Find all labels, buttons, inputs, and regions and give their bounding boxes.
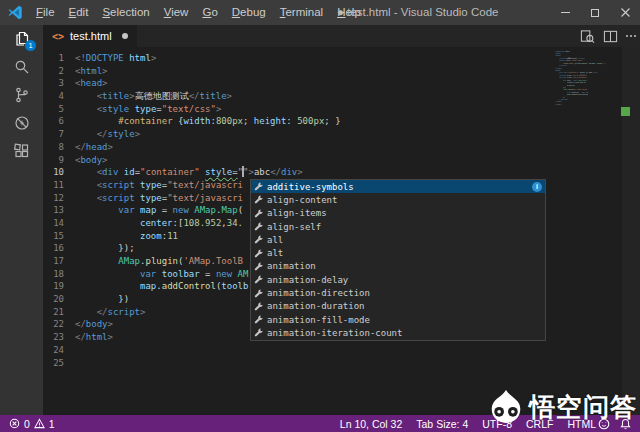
- code-line[interactable]: 3<head>: [43, 77, 640, 90]
- code-line[interactable]: 4 <title>高德地图测试</title>: [43, 90, 640, 103]
- explorer-badge: 1: [25, 40, 36, 51]
- sidebar-item-extensions[interactable]: [0, 137, 43, 165]
- suggest-item-all[interactable]: all: [251, 233, 545, 246]
- suggest-item-animation-duration[interactable]: animation-duration: [251, 300, 545, 313]
- html-file-icon: <>: [52, 31, 64, 42]
- line-number: 21: [43, 306, 75, 319]
- suggest-item-animation-direction[interactable]: animation-direction: [251, 286, 545, 299]
- line-number: 24: [43, 344, 75, 357]
- line-number: 9: [43, 154, 75, 167]
- window-title: ● test.html - Visual Studio Code: [337, 0, 498, 25]
- menu-edit[interactable]: Edit: [62, 0, 96, 25]
- code-line[interactable]: 1<!DOCTYPE html>: [43, 52, 640, 65]
- menu-view[interactable]: View: [157, 0, 196, 25]
- status-item[interactable]: Ln 10, Col 32: [340, 418, 402, 430]
- code-line[interactable]: 8</head>: [43, 141, 640, 154]
- suggest-item-animation-fill-mode[interactable]: animation-fill-mode: [251, 313, 545, 326]
- suggest-item-align-items[interactable]: align-items: [251, 207, 545, 220]
- suggest-info-icon[interactable]: i: [532, 182, 542, 192]
- suggest-item-alt[interactable]: alt: [251, 246, 545, 259]
- line-number: 2: [43, 65, 75, 78]
- wrench-icon: [254, 182, 263, 191]
- split-editor-icon[interactable]: [603, 29, 618, 44]
- wrench-icon: [254, 235, 263, 244]
- warning-icon: [34, 418, 45, 429]
- suggest-item-additive-symbols[interactable]: additive-symbolsi: [251, 180, 545, 193]
- close-icon[interactable]: [610, 0, 640, 25]
- extensions-icon: [13, 142, 31, 160]
- line-number: 5: [43, 103, 75, 116]
- sidebar-item-source-control[interactable]: [0, 81, 43, 109]
- wrench-icon: [254, 315, 263, 324]
- modified-dot-icon[interactable]: [122, 33, 128, 39]
- line-number: 16: [43, 242, 75, 255]
- wrench-icon: [254, 249, 263, 258]
- suggest-item-align-content[interactable]: align-content: [251, 193, 545, 206]
- editor[interactable]: 1<!DOCTYPE html>2<html>3<head>4 <title>高…: [43, 47, 640, 415]
- line-number: 22: [43, 318, 75, 331]
- status-item[interactable]: Tab Size: 4: [416, 418, 468, 430]
- activity-bar: 1: [0, 25, 43, 415]
- open-preview-icon[interactable]: [580, 29, 595, 44]
- code-line[interactable]: 10 <div id="container" style="">abc</div…: [43, 166, 640, 179]
- line-number: 12: [43, 192, 75, 205]
- wrench-icon: [254, 195, 263, 204]
- editor-scrollbar[interactable]: [622, 47, 640, 415]
- wrench-icon: [254, 302, 263, 311]
- menu-terminal[interactable]: Terminal: [273, 0, 330, 25]
- wukong-monkey-logo-icon: [488, 389, 524, 425]
- menu-file[interactable]: File: [29, 0, 62, 25]
- code-line[interactable]: 24: [43, 344, 640, 357]
- wrench-icon: [254, 262, 263, 271]
- code-line[interactable]: 2<html>: [43, 65, 640, 78]
- tab-test-html[interactable]: <> test.html: [43, 25, 137, 47]
- debug-disabled-icon: [13, 114, 31, 132]
- code-line[interactable]: 5 <style type="text/css">: [43, 103, 640, 116]
- suggest-item-animation-iteration-count[interactable]: animation-iteration-count: [251, 326, 545, 339]
- error-icon: [9, 418, 20, 429]
- menu-bar: FileEditSelectionViewGoDebugTerminalHelp: [29, 0, 368, 25]
- suggest-item-animation-delay[interactable]: animation-delay: [251, 273, 545, 286]
- vscode-logo-icon: [8, 5, 23, 20]
- sidebar-item-debug[interactable]: [0, 109, 43, 137]
- line-number: 20: [43, 293, 75, 306]
- line-number: 1: [43, 52, 75, 65]
- overview-ruler-marker: [621, 107, 630, 116]
- code-line[interactable]: 25: [43, 357, 640, 370]
- menu-go[interactable]: Go: [195, 0, 224, 25]
- tab-label: test.html: [70, 30, 112, 42]
- wrench-icon: [254, 328, 263, 337]
- line-number: 25: [43, 357, 75, 370]
- line-number: 18: [43, 268, 75, 281]
- line-number: 3: [43, 77, 75, 90]
- title-bar: FileEditSelectionViewGoDebugTerminalHelp…: [0, 0, 640, 25]
- problems-status[interactable]: 0 1: [9, 418, 55, 430]
- line-number: 17: [43, 255, 75, 268]
- line-number: 10: [43, 166, 75, 179]
- sidebar-item-search[interactable]: [0, 53, 43, 81]
- menu-debug[interactable]: Debug: [225, 0, 273, 25]
- watermark: 悟空问答: [488, 389, 637, 425]
- vscode-window: FileEditSelectionViewGoDebugTerminalHelp…: [0, 0, 640, 432]
- line-number: 23: [43, 331, 75, 344]
- suggest-item-align-self[interactable]: align-self: [251, 220, 545, 233]
- suggest-item-animation[interactable]: animation: [251, 260, 545, 273]
- wrench-icon: [254, 275, 263, 284]
- watermark-text: 悟空问答: [529, 390, 637, 425]
- code-line[interactable]: 7 </style>: [43, 128, 640, 141]
- warning-count: 1: [49, 418, 55, 430]
- menu-selection[interactable]: Selection: [95, 0, 156, 25]
- code-line[interactable]: 9<body>: [43, 154, 640, 167]
- maximize-icon[interactable]: [580, 0, 610, 25]
- line-number: 14: [43, 217, 75, 230]
- line-number: 15: [43, 230, 75, 243]
- more-actions-icon[interactable]: [626, 35, 636, 37]
- minimap[interactable]: <!DOCTYPE html><html><head> <title>高德地图测…: [555, 50, 605, 110]
- code-line[interactable]: [555, 108, 605, 110]
- wrench-icon: [254, 289, 263, 298]
- line-number: 7: [43, 128, 75, 141]
- minimize-icon[interactable]: [550, 0, 580, 25]
- sidebar-item-explorer[interactable]: 1: [0, 25, 43, 53]
- code-line[interactable]: 6 #container {width:800px; height: 500px…: [43, 115, 640, 128]
- line-number: 8: [43, 141, 75, 154]
